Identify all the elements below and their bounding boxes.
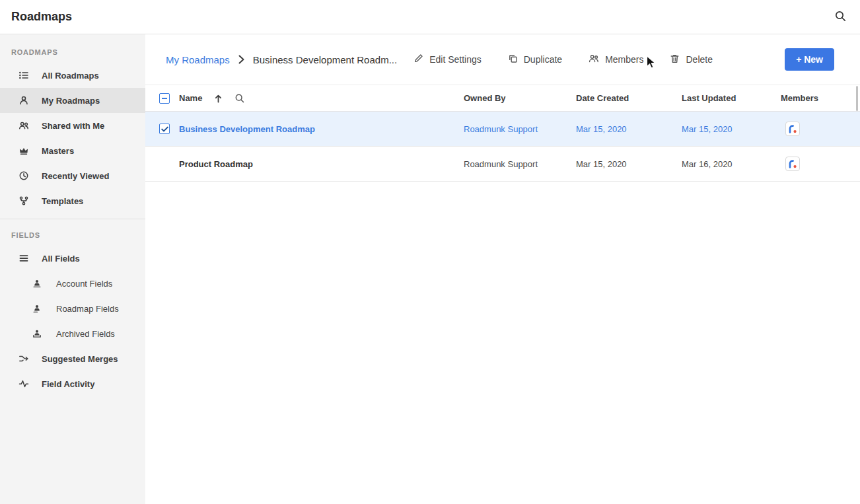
select-all-checkbox[interactable]: [159, 93, 170, 104]
members-icon: [589, 54, 599, 65]
roadmunk-logo-icon: [787, 159, 798, 169]
global-search-button[interactable]: [834, 10, 846, 24]
name-column-header: Name: [179, 93, 464, 103]
sidebar-item-label: Recently Viewed: [42, 171, 109, 181]
breadcrumb-my-roadmaps-link[interactable]: My Roadmaps: [166, 54, 230, 65]
person-icon: [18, 95, 29, 106]
sidebar-item-roadmap-fields[interactable]: Roadmap Fields: [0, 296, 145, 321]
scrollbar-thumb[interactable]: [856, 86, 858, 111]
owned-by-cell: Roadmunk Support: [464, 159, 576, 169]
member-avatar[interactable]: [785, 122, 800, 136]
sidebar-item-all-fields[interactable]: All Fields: [0, 246, 145, 271]
member-avatar[interactable]: [785, 157, 800, 171]
topbar: Roadmaps: [0, 0, 860, 34]
delete-label: Delete: [686, 54, 712, 65]
main-content: My Roadmaps Business Development Roadm..…: [145, 34, 860, 504]
archived-fields-icon: [32, 329, 42, 338]
sidebar-item-label: Roadmap Fields: [56, 304, 119, 314]
search-icon: [834, 10, 846, 24]
sidebar-item-label: Archived Fields: [56, 329, 115, 339]
sidebar-section-fields-label: FIELDS: [0, 231, 145, 246]
sidebar-item-label: Field Activity: [42, 379, 94, 389]
crown-icon: [18, 145, 29, 156]
edit-settings-button[interactable]: Edit Settings: [413, 54, 482, 65]
sidebar-item-recently-viewed[interactable]: Recently Viewed: [0, 163, 145, 188]
table-search-icon[interactable]: [234, 93, 244, 103]
row-checkbox-cell: [159, 124, 179, 134]
indeterminate-dash: [162, 98, 167, 99]
copy-icon: [508, 54, 518, 65]
sidebar: ROADMAPS All Roadmaps My Roadmaps Shared…: [0, 34, 145, 504]
last-updated-column-header[interactable]: Last Updated: [682, 93, 781, 103]
members-label: Members: [605, 54, 643, 65]
clock-icon: [18, 170, 29, 181]
table-header-row: Name Owned By Date Created Last Updated …: [145, 85, 860, 112]
pencil-icon: [413, 54, 423, 65]
sidebar-item-label: Templates: [42, 196, 83, 206]
last-updated-cell: Mar 15, 2020: [682, 124, 781, 134]
sidebar-item-label: All Roadmaps: [42, 71, 99, 81]
sidebar-item-suggested-merges[interactable]: Suggested Merges: [0, 346, 145, 371]
app-title: Roadmaps: [11, 10, 72, 24]
last-updated-cell: Mar 16, 2020: [682, 159, 781, 169]
merge-icon: [18, 353, 29, 364]
name-header-label[interactable]: Name: [179, 93, 202, 103]
list-icon: [18, 70, 29, 81]
duplicate-label: Duplicate: [524, 54, 562, 65]
table-row[interactable]: Business Development Roadmap Roadmunk Su…: [145, 112, 860, 147]
roadmap-actions-toolbar: Edit Settings Duplicate Members: [413, 54, 713, 65]
roadmap-name-link[interactable]: Business Development Roadmap: [179, 124, 315, 134]
people-icon: [18, 120, 29, 131]
members-column-header: Members: [781, 93, 860, 103]
account-fields-icon: [32, 279, 42, 288]
sidebar-item-label: My Roadmaps: [42, 96, 100, 106]
owned-by-cell: Roadmunk Support: [464, 124, 576, 134]
sidebar-item-label: Account Fields: [56, 279, 112, 289]
new-roadmap-button[interactable]: + New: [785, 48, 834, 71]
sidebar-item-archived-fields[interactable]: Archived Fields: [0, 321, 145, 346]
table-row[interactable]: Product Roadmap Roadmunk Support Mar 15,…: [145, 147, 860, 182]
branch-icon: [18, 196, 29, 206]
sidebar-item-label: Suggested Merges: [42, 354, 118, 364]
duplicate-button[interactable]: Duplicate: [508, 54, 562, 65]
roadmap-fields-icon: [32, 304, 42, 313]
check-icon: [161, 126, 168, 132]
delete-button[interactable]: Delete: [670, 54, 712, 65]
sidebar-section-roadmaps-label: ROADMAPS: [0, 48, 145, 63]
members-button[interactable]: Members: [589, 54, 643, 65]
sidebar-item-label: All Fields: [42, 254, 80, 264]
edit-settings-label: Edit Settings: [429, 54, 482, 65]
sidebar-item-shared-with-me[interactable]: Shared with Me: [0, 113, 145, 138]
sidebar-item-account-fields[interactable]: Account Fields: [0, 271, 145, 296]
roadmunk-logo-icon: [787, 124, 798, 134]
roadmap-name-link[interactable]: Product Roadmap: [179, 159, 253, 169]
sidebar-item-masters[interactable]: Masters: [0, 138, 145, 163]
date-created-cell: Mar 15, 2020: [576, 124, 682, 134]
sidebar-divider: [0, 219, 145, 219]
sidebar-item-my-roadmaps[interactable]: My Roadmaps: [0, 88, 145, 113]
sidebar-item-label: Masters: [42, 146, 74, 156]
activity-pulse-icon: [18, 378, 29, 389]
sort-ascending-icon[interactable]: [214, 94, 223, 103]
breadcrumb-current-roadmap: Business Development Roadm...: [253, 54, 397, 65]
select-all-cell: [159, 93, 179, 104]
date-created-column-header[interactable]: Date Created: [576, 93, 682, 103]
sidebar-item-templates[interactable]: Templates: [0, 188, 145, 213]
trash-icon: [670, 54, 680, 65]
row-checkbox[interactable]: [159, 124, 170, 134]
chevron-right-icon: [238, 55, 244, 64]
sidebar-item-field-activity[interactable]: Field Activity: [0, 371, 145, 396]
owned-by-column-header[interactable]: Owned By: [464, 93, 576, 103]
date-created-cell: Mar 15, 2020: [576, 159, 682, 169]
sidebar-item-all-roadmaps[interactable]: All Roadmaps: [0, 63, 145, 88]
breadcrumb-toolbar-bar: My Roadmaps Business Development Roadm..…: [145, 34, 860, 85]
sidebar-item-label: Shared with Me: [42, 121, 104, 131]
hamburger-icon: [18, 253, 29, 264]
